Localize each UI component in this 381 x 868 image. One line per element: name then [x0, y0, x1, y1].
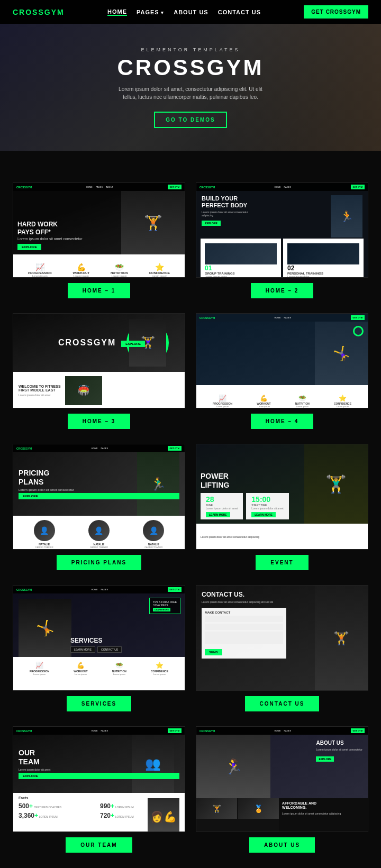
team-bottom-wrapper: Facts 500+ CERTIFIED COACHES 990+ LOREM … — [13, 793, 185, 832]
team-cta: EXPLORE — [19, 773, 179, 779]
about-button[interactable]: ABOUT US — [249, 837, 315, 853]
trainer2-role: CARDIO TRAINER — [73, 546, 124, 549]
svc-work-icon: 💪 — [77, 662, 85, 669]
pricing-cta: EXPLORE — [19, 493, 179, 499]
icon-confidence: ⭐ CONFIDENCE Lorem ipsum — [149, 263, 170, 278]
hero-cta-button[interactable]: GO TO DEMOS — [154, 112, 227, 128]
trainer1-img: 👤 — [34, 520, 55, 541]
nav-link-contact[interactable]: CONTACT US — [218, 9, 261, 15]
pricing-trainers: 👤 NATALIE CARDIO TRAINER 👤 NATALIE CARDI… — [13, 516, 185, 550]
home1-nav-links: HOME PAGES ABOUT — [86, 186, 113, 188]
icon-prog-h4: 📈 PROGRESSION Lorem ipsum — [213, 395, 232, 408]
services-icons: 📈 PROGRESSION Lorem ipsum 💪 WORKOUT Lore… — [17, 660, 180, 675]
home2-card1-desc: Lorem ipsum dolor — [205, 275, 277, 278]
home3-bottom-img: 🏟️ — [65, 376, 102, 405]
team-preview: CROSSGYM HOME PAGES GET GYM 👥 OURTEAM Lo… — [13, 726, 185, 832]
home2-nav: CROSSGYM HOME PAGES GET GYM — [196, 183, 368, 191]
home4-button[interactable]: HOME – 4 — [251, 414, 314, 429]
fact2-plus: + — [111, 802, 114, 810]
icon-nutrition: 🥗 NUTRITION Lorem ipsum — [111, 263, 128, 278]
home1-nav: CROSSGYM HOME PAGES ABOUT GET GYM — [13, 183, 185, 191]
contact-button[interactable]: CONTACT US — [245, 696, 320, 711]
icon-conf-h4: ⭐ CONFIDENCE Lorem ipsum — [334, 395, 351, 408]
pricing-hero: 🏃‍♂️ PRICINGPLANS Lorem ipsum dolor sit … — [13, 452, 185, 516]
services-button[interactable]: SERVICES — [67, 696, 131, 711]
home4-icons: 📈 PROGRESSION Lorem ipsum 💪 WORKOUT Lore… — [196, 385, 368, 408]
pricing-button[interactable]: PRICING PLANS — [57, 555, 141, 570]
about-title: ABOUT US — [316, 740, 362, 746]
icon-desc: Lorem ipsum — [28, 275, 52, 278]
home3-bottom: WELCOME TO FITNESSFIRST MIDDLE EAST Lore… — [13, 372, 185, 408]
about-preview: CROSSGYM HOME PAGES GET GYM 🏃‍♀️ ABOUT U… — [196, 726, 368, 832]
fact4-num: 720+ — [100, 812, 114, 819]
event-bottom-text: Lorem ipsum dolor sit amet consectetur a… — [201, 535, 259, 538]
hero-title: CROSSGYM — [111, 57, 270, 79]
pricing-title: PRICINGPLANS — [19, 469, 179, 487]
trainer3: 👤 NATALIE CARDIO TRAINER — [128, 520, 179, 549]
nav-link-about[interactable]: ABOUT US — [174, 9, 208, 15]
svc-icon2: 💪 WORKOUT Lorem ipsum — [74, 660, 87, 675]
event-day-box: 28 JUNE Lorem ipsum dolor sit amet LEARN… — [201, 493, 243, 519]
fact2-label: LOREM IPSUM — [115, 806, 134, 809]
home3-bottom-desc: Lorem ipsum dolor sit amet — [19, 394, 61, 397]
home4-preview: CROSSGYM HOME PAGES GET GYM 🤸‍♀️ JOIN TH… — [196, 313, 368, 408]
home2-card2-num: 02 — [287, 264, 359, 272]
event-preview: 🏋️‍♂️ POWERLIFTING 28 JUNE Lorem ipsum d… — [196, 444, 368, 550]
work-icon-h4: 💪 — [257, 395, 270, 402]
home2-card1-img — [205, 243, 277, 264]
fact3-num: 3,360+ — [19, 812, 38, 819]
icon-workout: 💪 WORKOUT Lorem ipsum — [72, 263, 89, 278]
fact1: 500+ CERTIFIED COACHES — [19, 802, 98, 810]
fact3-label: LOREM IPSUM — [39, 815, 58, 818]
services-nav: CROSSGYM HOME PAGES GET GYM — [13, 586, 185, 593]
hero-subtitle: ELEMENTOR TEMPLATES — [111, 47, 270, 52]
home1-nav-link2: PAGES — [96, 186, 103, 188]
demo-event: 🏋️‍♂️ POWERLIFTING 28 JUNE Lorem ipsum d… — [196, 444, 368, 570]
about-bottom: 🏋️ 🏅 AFFORDABLE ANDWELCOMING. Lorem ipsu… — [196, 798, 368, 832]
home1-hero: 🏋️ HARD WORKPAYS OFF* Lorem ipsum dolor … — [13, 191, 185, 254]
event-day-desc: Lorem ipsum dolor sit amet — [206, 507, 238, 510]
home1-button[interactable]: HOME – 1 — [68, 283, 131, 298]
svc-icon1: 📈 PROGRESSION Lorem ipsum — [30, 660, 49, 675]
contact-preview: 🏋️ CONTACT US. Lorem ipsum dolor sit ame… — [196, 585, 368, 691]
event-button[interactable]: EVENT — [256, 555, 308, 570]
about-cta: EXPLORE — [316, 756, 334, 762]
event-day: 28 — [206, 495, 238, 504]
home2-card1-num: 01 — [205, 264, 277, 272]
nav-links: HOME PAGES ABOUT US CONTACT US — [107, 8, 261, 16]
about-img2: 🏅 — [238, 798, 279, 819]
navbar: CROSSGYM HOME PAGES ABOUT US CONTACT US … — [0, 0, 381, 24]
demo-grid: CROSSGYM HOME PAGES ABOUT GET GYM 🏋️ HAR… — [0, 161, 381, 868]
services-person: 🤸 — [19, 599, 71, 657]
home2-nav-links: HOME PAGES — [275, 186, 292, 188]
team-button[interactable]: OUR TEAM — [66, 837, 132, 853]
home3-button[interactable]: HOME – 3 — [68, 414, 131, 429]
svc-prog-icon: 📈 — [35, 662, 43, 669]
contact-weights: 🏋️ — [315, 586, 368, 691]
prog-icon-h4: 📈 — [213, 395, 232, 402]
home2-cards: 01 GROUP TRAININGS Lorem ipsum dolor REA… — [196, 236, 368, 278]
event-counter: 28 JUNE Lorem ipsum dolor sit amet LEARN… — [201, 493, 364, 519]
nav-cta-button[interactable]: GET CROSSGYM — [304, 5, 368, 19]
nav-link-home[interactable]: HOME — [107, 8, 127, 16]
home2-desc: Lorem ipsum dolor sit amet consectetur a… — [202, 211, 255, 217]
trainer1-role: CARDIO TRAINER — [19, 546, 70, 549]
team-nav: CROSSGYM HOME PAGES GET GYM — [13, 727, 185, 735]
demo-team: CROSSGYM HOME PAGES GET GYM 👥 OURTEAM Lo… — [13, 726, 185, 853]
home2-person: 🏃 — [331, 195, 362, 237]
trainer2: 👤 NATALIE CARDIO TRAINER — [73, 520, 124, 549]
services-btn2: CONTACT US — [97, 646, 122, 653]
home2-button[interactable]: HOME – 2 — [251, 283, 314, 298]
demo-home4: CROSSGYM HOME PAGES GET GYM 🤸‍♀️ JOIN TH… — [196, 313, 368, 429]
nutrition-icon: 🥗 — [111, 263, 128, 271]
pricing-preview: CROSSGYM HOME PAGES GET GYM 🏃‍♂️ PRICING… — [13, 444, 185, 550]
team-title: OURTEAM — [19, 748, 179, 766]
nav-link-pages[interactable]: PAGES — [137, 9, 164, 15]
home2-card1: 01 GROUP TRAININGS Lorem ipsum dolor REA… — [201, 239, 281, 278]
svc-conf-icon: ⭐ — [156, 662, 164, 669]
event-title: POWERLIFTING — [201, 472, 364, 490]
demo-about: CROSSGYM HOME PAGES GET GYM 🏃‍♀️ ABOUT U… — [196, 726, 368, 853]
home3-btn: EXPLORE — [121, 341, 145, 347]
trainer3-role: CARDIO TRAINER — [128, 546, 179, 549]
event-hero: 🏋️‍♂️ POWERLIFTING 28 JUNE Lorem ipsum d… — [196, 444, 368, 524]
